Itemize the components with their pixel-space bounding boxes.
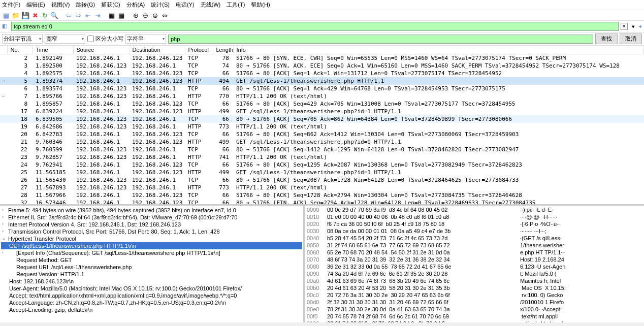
tree-node[interactable]: ›Ethernet II, Src: 3a:f9:d3:4c:bf:64 (3a… xyxy=(1,214,302,221)
bytes-row[interactable]: 003008 0a ce da 00 00 01 01 08 0a a5 49 … xyxy=(307,228,642,235)
bytes-row[interactable]: 009074 3a 20 4d 6f 7a 69 6c 6c 61 2f 35 … xyxy=(307,271,642,278)
table-row[interactable]: 186.839505192.168.246.123192.168.246.1TC… xyxy=(0,115,644,123)
tree-node[interactable]: ⌄Hypertext Transfer Protocol xyxy=(1,235,302,242)
col-no[interactable]: No. xyxy=(7,46,33,54)
table-row[interactable]: 196.842686192.168.246.123192.168.246.1HT… xyxy=(0,123,644,131)
bytes-row[interactable]: 00f020 74 65 78 74 2f 68 74 6d 6c 2c 61 … xyxy=(307,313,642,320)
menu-item[interactable]: 视图(V) xyxy=(51,1,70,9)
search-width-select[interactable]: 宽窄▾ xyxy=(45,34,85,44)
menu-item[interactable]: 无线(W) xyxy=(201,1,221,9)
resize-icon[interactable]: ⇔ xyxy=(160,11,169,19)
bytes-row[interactable]: 001001 e0 00 00 40 00 40 06 0b 48 c0 a8 … xyxy=(307,214,642,221)
col-src[interactable]: Source xyxy=(73,46,129,54)
table-row[interactable]: 219.760346192.168.246.1192.168.246.123HT… xyxy=(0,138,644,146)
menu-item[interactable]: 统计(S) xyxy=(151,1,170,9)
bytes-row[interactable]: 00a04d 61 63 69 6e 74 6f 73 68 3b 20 49 … xyxy=(307,278,642,285)
find-icon[interactable]: 🔍 xyxy=(50,11,58,19)
bookmark-icon[interactable]: ◧ xyxy=(2,23,9,30)
packet-bytes-pane[interactable]: 000000 0c 29 d7 70 69 3a f9 d3 4c bf 64 … xyxy=(305,206,644,322)
packet-details-tree[interactable]: ›Frame 5: 494 bytes on wire (3952 bits),… xyxy=(0,206,305,322)
col-proto[interactable]: Protocol xyxy=(185,46,213,54)
tree-node[interactable]: Request URI: /sql/Less-1/theanswerishere… xyxy=(1,264,302,271)
save-icon[interactable]: 💾 xyxy=(21,11,29,19)
bytes-row[interactable]: 005031 2f 74 68 65 61 6e 73 77 65 72 69 … xyxy=(307,242,642,249)
tree-node[interactable]: ⌄GET /sql/Less-1/theanswerishere.php HTT… xyxy=(1,242,302,249)
col-time[interactable]: Time xyxy=(33,46,73,54)
table-row[interactable]: 2611.565430192.168.246.123192.168.246.1T… xyxy=(0,176,644,184)
col-len[interactable]: Length xyxy=(213,46,233,54)
bytes-row[interactable]: 00e078 2f 31 30 30 2e 30 0d 0a 41 63 63 … xyxy=(307,306,642,313)
bytes-row[interactable]: 00b020 4d 61 63 20 4f 53 20 58 20 31 30 … xyxy=(307,285,642,292)
table-row[interactable]: 249.762941192.168.246.1192.168.246.123TC… xyxy=(0,161,644,169)
filter-dropdown-icon[interactable]: ▾ xyxy=(630,23,637,30)
table-row[interactable]: 239.762857192.168.246.123192.168.246.1HT… xyxy=(0,153,644,161)
search-input[interactable] xyxy=(168,35,593,44)
table-row[interactable]: 61.893574192.168.246.123192.168.246.1TCP… xyxy=(0,85,644,92)
menu-item[interactable]: 编辑(E) xyxy=(26,1,45,9)
table-row[interactable]: 2711.567893192.168.246.123192.168.246.1H… xyxy=(0,184,644,191)
menu-item[interactable]: 分析(A) xyxy=(126,1,145,9)
bytes-row[interactable]: 007048 6f 73 74 3a 20 31 39 32 2e 31 36 … xyxy=(307,256,642,264)
table-row[interactable]: →51.893274192.168.246.1192.168.246.123HT… xyxy=(0,77,644,85)
case-sensitive-checkbox[interactable]: 区分大小写 xyxy=(87,35,123,43)
prev-icon[interactable]: ⇦ xyxy=(65,11,73,19)
display-filter-input[interactable] xyxy=(11,22,619,31)
last-icon[interactable]: ⇥ xyxy=(93,11,102,19)
table-row[interactable]: 31.892500192.168.246.123192.168.246.1TCP… xyxy=(0,62,644,70)
table-row[interactable]: 3216.573446192.168.246.1192.168.246.123T… xyxy=(0,199,644,206)
bytes-row[interactable]: 00d02f 32 30 31 30 30 31 30 31 20 46 69 … xyxy=(307,299,642,306)
tree-node[interactable]: ›[Expert Info (Chat/Sequence): GET /sql/… xyxy=(1,249,302,256)
table-row[interactable]: 206.842783192.168.246.1192.168.246.123TC… xyxy=(0,131,644,138)
bytes-row[interactable]: 0040b5 28 47 45 54 20 2f 73 71 6c 2f 4c … xyxy=(307,235,642,242)
jump-icon[interactable]: ⇤ xyxy=(84,11,92,19)
table-row[interactable]: 2511.565185192.168.246.1192.168.246.123H… xyxy=(0,169,644,176)
menu-item[interactable]: 跳转(G) xyxy=(76,1,95,9)
menu-item[interactable]: 帮助(H) xyxy=(251,1,270,9)
table-row[interactable]: 176.839224192.168.246.1192.168.246.123HT… xyxy=(0,108,644,115)
tree-node[interactable]: Accept: text/html,application/xhtml+xml,… xyxy=(1,292,302,299)
bytes-row[interactable]: 006065 2e 70 68 70 20 48 54 54 50 2f 31 … xyxy=(307,249,642,256)
close-icon[interactable]: ✖ xyxy=(31,11,39,19)
zoomout-icon[interactable]: ⊖ xyxy=(141,11,149,19)
zoom1-icon[interactable]: ⊜ xyxy=(151,11,159,19)
colorize-icon[interactable]: ▦ xyxy=(117,11,125,19)
col-info[interactable]: Info xyxy=(233,46,644,54)
menu-item[interactable]: 捕获(C) xyxy=(101,1,120,9)
table-row[interactable]: 81.895857192.168.246.1192.168.246.123TCP… xyxy=(0,100,644,108)
bytes-row[interactable]: 0020f6 7b ca 36 00 50 f0 6f b0 25 4f c9 … xyxy=(307,221,642,228)
bytes-row[interactable]: 00c020 72 76 3a 31 30 30 2e 30 29 20 47 … xyxy=(307,292,642,299)
table-row[interactable]: 21.892149192.168.246.1192.168.246.123TCP… xyxy=(0,54,644,62)
clear-filter-icon[interactable]: ✕ xyxy=(621,23,628,30)
packet-list-pane[interactable]: No. Time Source Destination Protocol Len… xyxy=(0,46,644,206)
table-row[interactable]: 41.892575192.168.246.1192.168.246.123TCP… xyxy=(0,70,644,77)
tree-node[interactable]: ›Transmission Control Protocol, Src Port… xyxy=(1,228,302,235)
bytes-row[interactable]: 000000 0c 29 d7 70 69 3a f9 d3 4c bf 64 … xyxy=(307,207,642,214)
tree-node[interactable]: ›Frame 5: 494 bytes on wire (3952 bits),… xyxy=(1,207,302,214)
reload-icon[interactable]: ↻ xyxy=(41,11,49,19)
menu-item[interactable]: 工具(T) xyxy=(227,1,245,9)
table-row[interactable]: ←71.895766192.168.246.123192.168.246.1HT… xyxy=(0,92,644,100)
open-icon[interactable]: 📁 xyxy=(12,11,20,19)
menu-item[interactable]: 电话(Y) xyxy=(176,1,195,9)
tree-node[interactable]: Host: 192.168.246.123\r\n xyxy=(1,278,302,285)
tree-node[interactable]: Accept-Language: zh-CN,zh;q=0.8,zh-TW;q=… xyxy=(1,299,302,306)
tree-node[interactable]: ›Internet Protocol Version 4, Src: 192.1… xyxy=(1,221,302,228)
file-icon[interactable]: ▤ xyxy=(2,11,10,19)
tree-node[interactable]: Request Version: HTTP/1.1 xyxy=(1,271,302,278)
tree-node[interactable]: Request Method: GET xyxy=(1,256,302,264)
table-row[interactable]: 229.760599192.168.246.123192.168.246.1TC… xyxy=(0,146,644,153)
search-in-select[interactable]: 分组字节流▾ xyxy=(2,34,43,44)
menu-item[interactable]: 文件(F) xyxy=(2,1,20,9)
tree-node[interactable]: Accept-Encoding: gzip, deflate\r\n xyxy=(1,306,302,313)
next-icon[interactable]: ⇨ xyxy=(74,11,82,19)
table-row[interactable]: 2811.567966192.168.246.1192.168.246.123T… xyxy=(0,191,644,199)
find-button[interactable]: 查找 xyxy=(595,34,618,44)
zoomin-icon[interactable]: ⊕ xyxy=(132,11,140,19)
bytes-row[interactable]: 010063 61 74 69 6f 6e 2f 78 68 74 6d 6c … xyxy=(307,320,642,322)
search-type-select[interactable]: 字符串▾ xyxy=(125,34,166,44)
col-dst[interactable]: Destination xyxy=(129,46,185,54)
tree-node[interactable]: User-Agent: Mozilla/5.0 (Macintosh; Inte… xyxy=(1,285,302,292)
add-expression-icon[interactable]: + xyxy=(639,23,642,29)
autoscroll-icon[interactable]: ▦ xyxy=(108,11,116,19)
bytes-row[interactable]: 008036 2e 31 32 33 0d 0a 55 73 65 72 2d … xyxy=(307,264,642,271)
